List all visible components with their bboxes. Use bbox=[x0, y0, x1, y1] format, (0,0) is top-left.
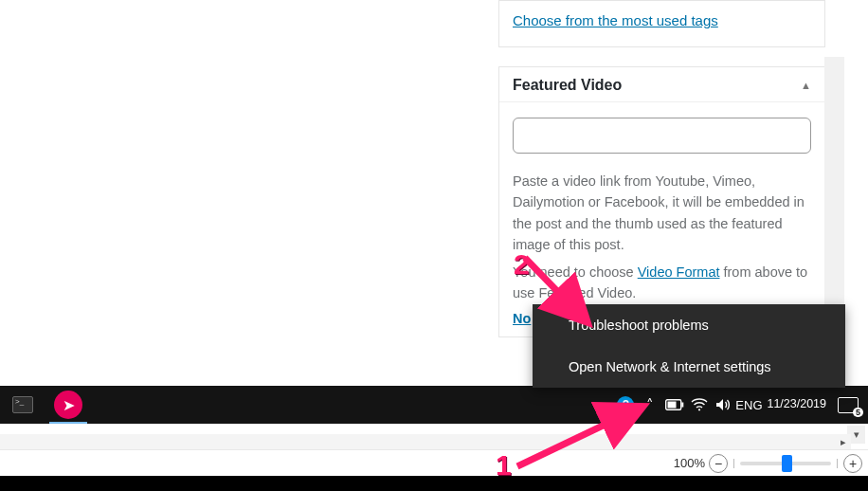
zoom-slider[interactable] bbox=[740, 462, 831, 465]
taskbar-clock[interactable]: 11/23/2019 bbox=[761, 398, 832, 411]
featured-video-body: Paste a video link from Youtube, Vimeo, … bbox=[499, 102, 824, 336]
bottom-black-strip bbox=[0, 476, 868, 491]
featured-video-panel: Featured Video ▲ Paste a video link from… bbox=[498, 66, 825, 337]
svg-point-3 bbox=[698, 409, 700, 410]
wifi-icon bbox=[691, 398, 708, 411]
notifications-count: 5 bbox=[853, 408, 863, 417]
video-url-input[interactable] bbox=[513, 118, 811, 154]
help-icon: ? bbox=[617, 396, 634, 413]
speaker-icon bbox=[715, 398, 732, 411]
menu-item-troubleshoot[interactable]: Troubleshoot problems bbox=[533, 304, 845, 346]
terminal-icon bbox=[12, 396, 33, 413]
video-format-hint: You need to choose Video Format from abo… bbox=[513, 262, 811, 304]
svg-rect-2 bbox=[668, 402, 677, 409]
zoom-level-label: 100% bbox=[674, 456, 705, 470]
taskbar-left: ➤ bbox=[0, 386, 91, 424]
taskbar: ➤ ? ˄ ENG 11/23/2019 bbox=[0, 386, 868, 424]
tray-overflow-button[interactable]: ˄ bbox=[638, 386, 662, 424]
taskbar-terminal-button[interactable] bbox=[0, 386, 45, 424]
panel-title: Featured Video bbox=[513, 77, 622, 94]
chevron-up-icon: ˄ bbox=[646, 396, 654, 413]
notice-link[interactable]: No bbox=[513, 311, 531, 326]
hint-text-before: You need to choose bbox=[513, 264, 638, 280]
video-description: Paste a video link from Youtube, Vimeo, … bbox=[513, 171, 811, 256]
help-tray-button[interactable]: ? bbox=[613, 386, 638, 424]
app-icon: ➤ bbox=[54, 391, 82, 419]
battery-icon bbox=[665, 399, 684, 410]
speaker-tray-button[interactable] bbox=[712, 386, 736, 424]
annotation-label-1: 1 bbox=[496, 449, 512, 482]
divider bbox=[733, 459, 734, 468]
system-tray: ? ˄ ENG 11/23/2019 5 bbox=[613, 386, 868, 424]
horizontal-scrollbar[interactable]: ▸ bbox=[0, 434, 851, 449]
annotation-label-2: 2 bbox=[514, 248, 530, 281]
notifications-icon: 5 bbox=[838, 397, 859, 413]
network-context-menu: Troubleshoot problems Open Network & Int… bbox=[533, 304, 845, 388]
zoom-out-button[interactable]: − bbox=[709, 454, 728, 473]
svg-rect-1 bbox=[682, 403, 684, 408]
notifications-tray-button[interactable]: 5 bbox=[832, 386, 864, 424]
divider bbox=[837, 459, 838, 468]
taskbar-date: 11/23/2019 bbox=[767, 398, 826, 411]
menu-item-network-settings[interactable]: Open Network & Internet settings bbox=[533, 346, 845, 388]
right-sidebar: Choose from the most used tags Featured … bbox=[498, 0, 825, 337]
video-format-link[interactable]: Video Format bbox=[638, 264, 720, 280]
zoom-in-button[interactable]: + bbox=[843, 454, 862, 473]
collapse-triangle-icon[interactable]: ▲ bbox=[801, 80, 811, 91]
zoom-slider-thumb[interactable] bbox=[782, 455, 792, 472]
featured-video-header[interactable]: Featured Video ▲ bbox=[499, 67, 824, 102]
taskbar-app-button[interactable]: ➤ bbox=[45, 386, 91, 424]
wifi-tray-button[interactable] bbox=[687, 386, 712, 424]
scroll-right-button[interactable]: ▸ bbox=[835, 434, 851, 449]
zoom-bar: 100% − + bbox=[0, 449, 868, 476]
tags-panel: Choose from the most used tags bbox=[498, 0, 825, 47]
battery-tray-button[interactable] bbox=[662, 386, 687, 424]
choose-tags-link[interactable]: Choose from the most used tags bbox=[513, 12, 718, 28]
language-indicator[interactable]: ENG bbox=[736, 386, 761, 424]
